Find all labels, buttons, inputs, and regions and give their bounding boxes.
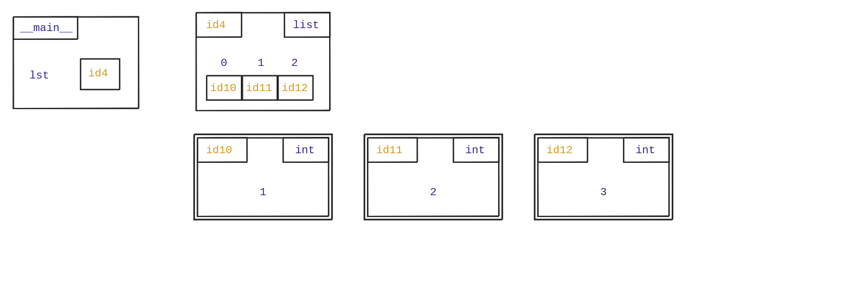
- list-item-ref: id11: [246, 82, 272, 94]
- list-item-box: id12: [277, 76, 313, 101]
- int-type-label: int: [636, 144, 655, 157]
- int-value-label: 2: [430, 186, 437, 199]
- list-index-label: 2: [291, 57, 298, 69]
- int-object-outer: id11 int 2: [364, 134, 502, 220]
- list-item-ref: id12: [282, 82, 308, 94]
- list-id-box: id4: [195, 13, 242, 38]
- int-object-outer: id12 int 3: [534, 134, 673, 220]
- memory-model-diagram: __main__ lst id4 id4 list 0 1 2 id10 id1…: [0, 0, 868, 293]
- list-index-label: 0: [221, 57, 227, 69]
- stack-frame-box: __main__ lst id4: [13, 17, 139, 109]
- int-id-box: id11: [367, 138, 417, 163]
- int-object-box: id11 int 2: [367, 138, 499, 217]
- int-object-box: id12 int 3: [537, 138, 669, 217]
- variable-ref-box: id4: [80, 59, 120, 90]
- int-type-label: int: [465, 144, 485, 157]
- int-id-label: id10: [206, 144, 232, 157]
- frame-name-box: __main__: [13, 17, 78, 40]
- int-type-label: int: [295, 144, 315, 157]
- list-id-label: id4: [206, 19, 226, 31]
- int-type-box: int: [623, 138, 669, 163]
- int-value-label: 3: [600, 186, 607, 199]
- int-object-box: id10 int 1: [197, 138, 329, 217]
- variable-name: lst: [29, 69, 49, 82]
- list-index-label: 1: [258, 57, 264, 69]
- int-id-box: id10: [197, 138, 247, 163]
- list-object-box: id4 list 0 1 2 id10 id11 id12: [195, 13, 330, 111]
- int-id-box: id12: [537, 138, 588, 163]
- int-value-label: 1: [260, 186, 266, 199]
- list-item-ref: id10: [210, 82, 236, 94]
- list-item-box: id10: [206, 76, 242, 101]
- list-item-box: id11: [242, 76, 277, 101]
- list-type-box: list: [284, 13, 330, 38]
- int-id-label: id11: [376, 144, 402, 157]
- variable-ref-label: id4: [88, 67, 108, 80]
- int-id-label: id12: [546, 144, 573, 157]
- frame-name-label: __main__: [20, 22, 73, 34]
- int-type-box: int: [453, 138, 499, 163]
- int-object-outer: id10 int 1: [193, 134, 332, 220]
- list-type-label: list: [293, 19, 319, 31]
- int-type-box: int: [282, 138, 329, 163]
